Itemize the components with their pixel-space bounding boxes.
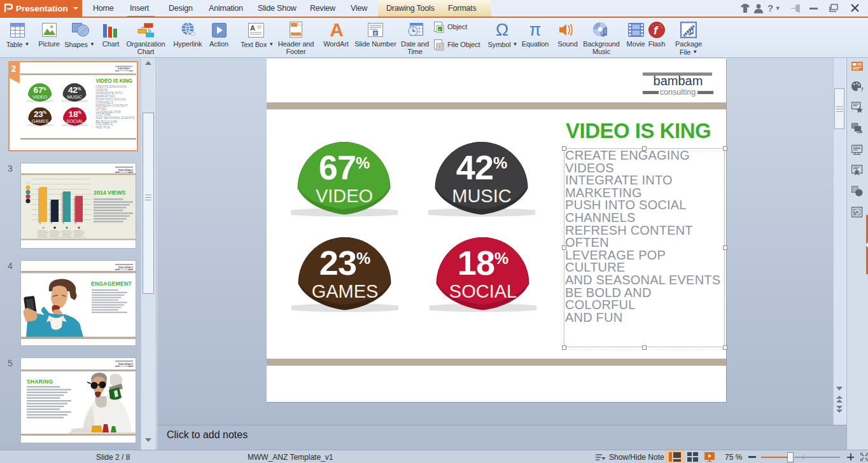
svg-text:consulting: consulting xyxy=(120,268,130,271)
svg-text:ENGAGEMENT: ENGAGEMENT xyxy=(91,280,132,287)
svg-text:r: r xyxy=(439,28,440,32)
svg-text:#: # xyxy=(374,31,377,36)
svg-text:consulting: consulting xyxy=(120,365,130,368)
svg-text:A: A xyxy=(250,24,255,32)
svg-text:SHARING: SHARING xyxy=(27,378,53,385)
svg-text:2: 2 xyxy=(11,64,17,74)
svg-text:consulting: consulting xyxy=(120,171,130,174)
svg-text:2014 VIEWS: 2014 VIEWS xyxy=(94,190,125,196)
